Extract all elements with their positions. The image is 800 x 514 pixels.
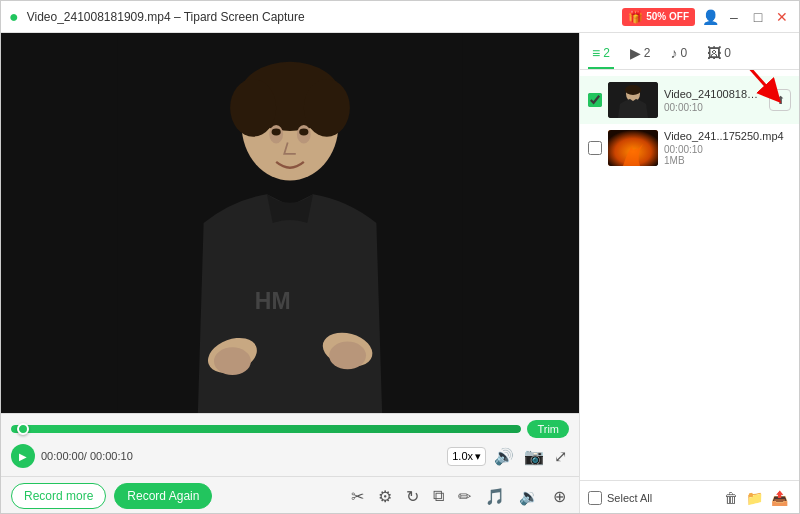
share-button-1[interactable]: ⬆ bbox=[769, 89, 791, 111]
bottom-bar: Record more Record Again ✂ ⚙ ↻ ⧉ ✏ 🎵 🔉 ⊕ bbox=[1, 476, 579, 514]
main-layout: HM Trim ▶ 00:00:00/ bbox=[1, 33, 799, 514]
tab-audio[interactable]: ♪ 0 bbox=[667, 41, 692, 69]
file-thumbnail-2 bbox=[608, 130, 658, 166]
delete-button[interactable]: 🗑 bbox=[721, 487, 741, 509]
record-again-button[interactable]: Record Again bbox=[114, 483, 212, 509]
svg-point-7 bbox=[272, 129, 281, 136]
file-item-1[interactable]: Video_241008181909.mp4 00:00:10 ⬆ bbox=[580, 76, 799, 124]
file-item-2[interactable]: Video_241..175250.mp4 00:00:10 1MB bbox=[580, 124, 799, 172]
volume2-icon-btn[interactable]: 🔉 bbox=[516, 484, 542, 509]
rotate-icon-btn[interactable]: ↻ bbox=[403, 484, 422, 509]
promo-text: 50% OFF bbox=[646, 11, 689, 22]
promo-badge[interactable]: 🎁 50% OFF bbox=[622, 8, 695, 26]
player-controls: ▶ 00:00:00/ 00:00:10 1.0x ▾ 🔊 📷 ⤢ bbox=[11, 440, 569, 472]
audio-count: 0 bbox=[681, 46, 688, 60]
trim-button[interactable]: Trim bbox=[527, 420, 569, 438]
record-more-button[interactable]: Record more bbox=[11, 483, 106, 509]
file-info-2: Video_241..175250.mp4 00:00:10 1MB bbox=[664, 130, 791, 166]
file-checkbox-2[interactable] bbox=[588, 141, 602, 155]
select-all-label: Select All bbox=[607, 492, 652, 504]
audio-icon-btn[interactable]: 🎵 bbox=[482, 484, 508, 509]
svg-point-13 bbox=[329, 342, 366, 370]
progress-bar-container[interactable]: Trim bbox=[11, 422, 569, 436]
speed-selector[interactable]: 1.0x ▾ bbox=[447, 447, 486, 466]
file-name-1: Video_241008181909.mp4 bbox=[664, 88, 763, 100]
title-bar-right: 🎁 50% OFF 👤 – □ ✕ bbox=[622, 8, 791, 26]
svg-point-4 bbox=[304, 79, 350, 137]
progress-track[interactable] bbox=[11, 425, 521, 433]
title-bar: ● Video_241008181909.mp4 – Tipard Screen… bbox=[1, 1, 799, 33]
fullscreen-icon-btn[interactable]: ⤢ bbox=[552, 445, 569, 468]
speed-value: 1.0x bbox=[452, 450, 473, 462]
audio-icon: ♪ bbox=[671, 45, 678, 61]
svg-point-12 bbox=[214, 347, 251, 375]
folder-button[interactable]: 📁 bbox=[743, 487, 766, 509]
video-area: HM bbox=[1, 33, 579, 413]
time-display: 00:00:00/ 00:00:10 bbox=[41, 450, 133, 462]
tab-image[interactable]: 🖼 0 bbox=[703, 41, 735, 69]
file-list: Video_241008181909.mp4 00:00:10 ⬆ bbox=[580, 70, 799, 480]
file-info-1: Video_241008181909.mp4 00:00:10 bbox=[664, 88, 763, 113]
file-duration-2: 00:00:10 bbox=[664, 144, 791, 155]
video-count: 2 bbox=[644, 46, 651, 60]
camera-icon-btn[interactable]: 📷 bbox=[522, 445, 546, 468]
maximize-button[interactable]: □ bbox=[749, 8, 767, 26]
file-duration-1: 00:00:10 bbox=[664, 102, 763, 113]
export-button[interactable]: 📤 bbox=[768, 487, 791, 509]
right-panel-tabs: ≡ 2 ▶ 2 ♪ 0 🖼 0 bbox=[580, 33, 799, 70]
svg-point-16 bbox=[625, 85, 641, 95]
window-title: Video_241008181909.mp4 – Tipard Screen C… bbox=[27, 10, 305, 24]
video-content: HM bbox=[1, 33, 579, 413]
gift-icon: 🎁 bbox=[628, 10, 643, 24]
speed-chevron-icon: ▾ bbox=[475, 450, 481, 463]
play-button[interactable]: ▶ bbox=[11, 444, 35, 468]
list-count: 2 bbox=[603, 46, 610, 60]
edit-icon-btn[interactable]: ✏ bbox=[455, 484, 474, 509]
left-panel: HM Trim ▶ 00:00:00/ bbox=[1, 33, 579, 514]
timeline-area: Trim ▶ 00:00:00/ 00:00:10 1.0x ▾ 🔊 📷 ⤢ bbox=[1, 413, 579, 476]
svg-point-8 bbox=[299, 129, 308, 136]
more-icon-btn[interactable]: ⊕ bbox=[550, 484, 569, 509]
user-icon-btn[interactable]: 👤 bbox=[701, 8, 719, 26]
right-panel: ≡ 2 ▶ 2 ♪ 0 🖼 0 bbox=[579, 33, 799, 514]
close-button[interactable]: ✕ bbox=[773, 8, 791, 26]
video-frame: HM bbox=[1, 33, 579, 413]
volume-icon-btn[interactable]: 🔊 bbox=[492, 445, 516, 468]
progress-thumb[interactable] bbox=[17, 423, 29, 435]
file-size-2: 1MB bbox=[664, 155, 791, 166]
select-all-checkbox[interactable] bbox=[588, 491, 602, 505]
cut-icon-btn[interactable]: ✂ bbox=[348, 484, 367, 509]
file-thumbnail-1 bbox=[608, 82, 658, 118]
tab-video[interactable]: ▶ 2 bbox=[626, 41, 655, 69]
progress-fill bbox=[11, 425, 521, 433]
file-name-2: Video_241..175250.mp4 bbox=[664, 130, 791, 142]
right-bottom-controls: Select All 🗑 📁 📤 bbox=[580, 480, 799, 514]
video-icon: ▶ bbox=[630, 45, 641, 61]
minimize-button[interactable]: – bbox=[725, 8, 743, 26]
list-icon: ≡ bbox=[592, 45, 600, 61]
copy-icon-btn[interactable]: ⧉ bbox=[430, 484, 447, 508]
tab-list[interactable]: ≡ 2 bbox=[588, 41, 614, 69]
title-bar-left: ● Video_241008181909.mp4 – Tipard Screen… bbox=[9, 8, 305, 26]
svg-text:HM: HM bbox=[255, 288, 291, 314]
image-count: 0 bbox=[724, 46, 731, 60]
app-icon: ● bbox=[9, 8, 19, 26]
file-checkbox-1[interactable] bbox=[588, 93, 602, 107]
svg-point-3 bbox=[230, 79, 276, 137]
adjust-icon-btn[interactable]: ⚙ bbox=[375, 484, 395, 509]
image-icon: 🖼 bbox=[707, 45, 721, 61]
